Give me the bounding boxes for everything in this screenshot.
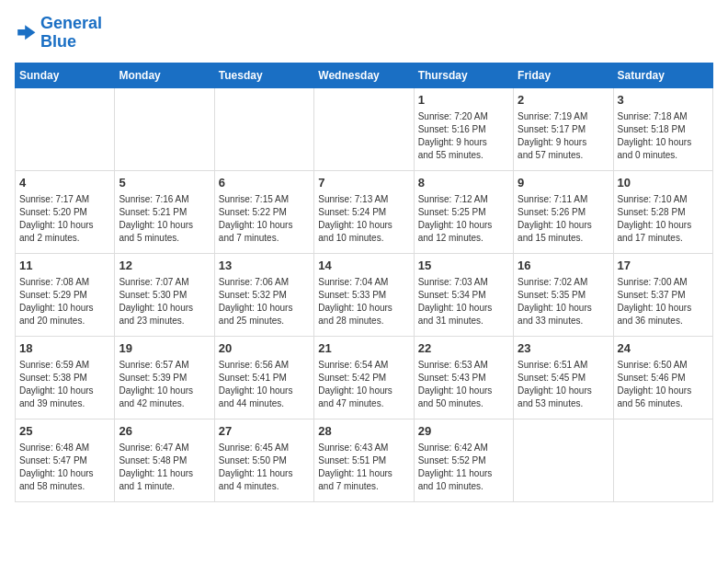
day-number: 23 [518,340,609,357]
day-content: Sunrise: 7:11 AMSunset: 5:26 PMDaylight:… [518,193,609,245]
day-content: Sunrise: 7:08 AMSunset: 5:29 PMDaylight:… [19,276,110,327]
calendar-cell: 1Sunrise: 7:20 AMSunset: 5:16 PMDaylight… [414,87,513,170]
calendar-cell: 12Sunrise: 7:07 AMSunset: 5:30 PMDayligh… [115,253,214,336]
calendar-cell: 25Sunrise: 6:48 AMSunset: 5:47 PMDayligh… [16,419,115,501]
day-number: 17 [618,258,709,274]
week-row-0: 1Sunrise: 7:20 AMSunset: 5:16 PMDaylight… [16,87,713,170]
day-number: 13 [219,258,310,274]
calendar-cell: 14Sunrise: 7:04 AMSunset: 5:33 PMDayligh… [314,253,414,336]
calendar-cell: 4Sunrise: 7:17 AMSunset: 5:20 PMDaylight… [16,170,115,253]
calendar-cell: 28Sunrise: 6:43 AMSunset: 5:51 PMDayligh… [314,419,414,501]
day-number: 22 [418,340,509,357]
day-number: 29 [418,423,509,440]
day-content: Sunrise: 7:12 AMSunset: 5:25 PMDaylight:… [418,193,509,245]
logo-text: General Blue [40,15,102,52]
calendar-cell: 3Sunrise: 7:18 AMSunset: 5:18 PMDaylight… [613,87,712,170]
day-content: Sunrise: 6:50 AMSunset: 5:46 PMDaylight:… [618,359,709,410]
day-content: Sunrise: 7:10 AMSunset: 5:28 PMDaylight:… [618,193,709,245]
day-number: 11 [19,258,110,274]
day-content: Sunrise: 7:02 AMSunset: 5:35 PMDaylight:… [518,276,609,327]
day-content: Sunrise: 6:47 AMSunset: 5:48 PMDaylight:… [119,442,210,493]
day-content: Sunrise: 6:42 AMSunset: 5:52 PMDaylight:… [418,442,509,493]
calendar-cell [613,419,712,501]
calendar-cell: 23Sunrise: 6:51 AMSunset: 5:45 PMDayligh… [514,336,613,419]
col-header-tuesday: Tuesday [214,63,313,87]
day-content: Sunrise: 7:18 AMSunset: 5:18 PMDaylight:… [618,110,709,162]
week-row-2: 11Sunrise: 7:08 AMSunset: 5:29 PMDayligh… [16,253,713,336]
day-content: Sunrise: 7:17 AMSunset: 5:20 PMDaylight:… [19,193,110,245]
day-content: Sunrise: 7:03 AMSunset: 5:34 PMDaylight:… [418,276,509,327]
calendar-cell: 24Sunrise: 6:50 AMSunset: 5:46 PMDayligh… [613,336,712,419]
day-content: Sunrise: 7:04 AMSunset: 5:33 PMDaylight:… [318,276,409,327]
calendar-cell: 8Sunrise: 7:12 AMSunset: 5:25 PMDaylight… [414,170,513,253]
calendar-cell [514,419,613,501]
day-content: Sunrise: 7:07 AMSunset: 5:30 PMDaylight:… [119,276,210,327]
calendar-cell: 10Sunrise: 7:10 AMSunset: 5:28 PMDayligh… [613,170,712,253]
week-row-1: 4Sunrise: 7:17 AMSunset: 5:20 PMDaylight… [16,170,713,253]
calendar-cell: 29Sunrise: 6:42 AMSunset: 5:52 PMDayligh… [414,419,513,501]
svg-marker-0 [17,25,35,40]
calendar-cell: 16Sunrise: 7:02 AMSunset: 5:35 PMDayligh… [514,253,613,336]
calendar-cell: 26Sunrise: 6:47 AMSunset: 5:48 PMDayligh… [115,419,214,501]
logo-icon [15,22,37,44]
day-content: Sunrise: 6:48 AMSunset: 5:47 PMDaylight:… [19,442,110,493]
day-content: Sunrise: 6:43 AMSunset: 5:51 PMDaylight:… [318,442,409,493]
day-number: 27 [219,423,310,440]
calendar-cell: 15Sunrise: 7:03 AMSunset: 5:34 PMDayligh… [414,253,513,336]
calendar-cell: 21Sunrise: 6:54 AMSunset: 5:42 PMDayligh… [314,336,414,419]
calendar-cell: 20Sunrise: 6:56 AMSunset: 5:41 PMDayligh… [214,336,313,419]
day-content: Sunrise: 6:45 AMSunset: 5:50 PMDaylight:… [219,442,310,493]
logo: General Blue [15,15,102,52]
calendar-cell: 7Sunrise: 7:13 AMSunset: 5:24 PMDaylight… [314,170,414,253]
calendar-cell: 13Sunrise: 7:06 AMSunset: 5:32 PMDayligh… [214,253,313,336]
day-number: 18 [19,340,110,357]
day-number: 2 [518,92,609,109]
day-number: 19 [119,340,210,357]
day-content: Sunrise: 7:06 AMSunset: 5:32 PMDaylight:… [219,276,310,327]
day-number: 16 [518,258,609,274]
day-number: 24 [618,340,709,357]
calendar-cell [115,87,214,170]
day-number: 21 [318,340,409,357]
day-number: 6 [219,175,310,191]
day-number: 9 [518,175,609,191]
calendar-cell: 11Sunrise: 7:08 AMSunset: 5:29 PMDayligh… [16,253,115,336]
day-number: 12 [119,258,210,274]
calendar-cell: 5Sunrise: 7:16 AMSunset: 5:21 PMDaylight… [115,170,214,253]
week-row-4: 25Sunrise: 6:48 AMSunset: 5:47 PMDayligh… [16,419,713,501]
col-header-sunday: Sunday [16,63,115,87]
col-header-monday: Monday [115,63,214,87]
page-header: General Blue [15,15,713,52]
day-number: 8 [418,175,509,191]
calendar-cell: 27Sunrise: 6:45 AMSunset: 5:50 PMDayligh… [214,419,313,501]
day-number: 4 [19,175,110,191]
day-number: 7 [318,175,409,191]
day-content: Sunrise: 7:15 AMSunset: 5:22 PMDaylight:… [219,193,310,245]
day-content: Sunrise: 6:54 AMSunset: 5:42 PMDaylight:… [318,359,409,410]
day-content: Sunrise: 6:51 AMSunset: 5:45 PMDaylight:… [518,359,609,410]
day-number: 3 [618,92,709,109]
calendar-cell: 19Sunrise: 6:57 AMSunset: 5:39 PMDayligh… [115,336,214,419]
day-number: 25 [19,423,110,440]
calendar-table: SundayMondayTuesdayWednesdayThursdayFrid… [15,63,713,502]
day-number: 10 [618,175,709,191]
day-content: Sunrise: 7:16 AMSunset: 5:21 PMDaylight:… [119,193,210,245]
calendar-cell: 6Sunrise: 7:15 AMSunset: 5:22 PMDaylight… [214,170,313,253]
day-content: Sunrise: 6:57 AMSunset: 5:39 PMDaylight:… [119,359,210,410]
day-number: 28 [318,423,409,440]
col-header-saturday: Saturday [613,63,712,87]
calendar-cell: 9Sunrise: 7:11 AMSunset: 5:26 PMDaylight… [514,170,613,253]
day-content: Sunrise: 6:53 AMSunset: 5:43 PMDaylight:… [418,359,509,410]
day-content: Sunrise: 7:00 AMSunset: 5:37 PMDaylight:… [618,276,709,327]
week-row-3: 18Sunrise: 6:59 AMSunset: 5:38 PMDayligh… [16,336,713,419]
day-number: 20 [219,340,310,357]
calendar-cell: 18Sunrise: 6:59 AMSunset: 5:38 PMDayligh… [16,336,115,419]
day-content: Sunrise: 7:13 AMSunset: 5:24 PMDaylight:… [318,193,409,245]
day-content: Sunrise: 6:59 AMSunset: 5:38 PMDaylight:… [19,359,110,410]
calendar-cell [16,87,115,170]
calendar-header-row: SundayMondayTuesdayWednesdayThursdayFrid… [16,63,713,87]
calendar-cell: 17Sunrise: 7:00 AMSunset: 5:37 PMDayligh… [613,253,712,336]
day-number: 5 [119,175,210,191]
calendar-cell [314,87,414,170]
day-number: 15 [418,258,509,274]
